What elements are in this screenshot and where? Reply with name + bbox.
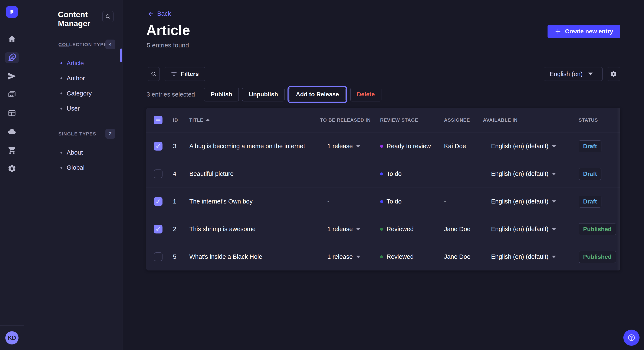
delete-button[interactable]: Delete	[350, 88, 382, 101]
locale-dropdown[interactable]: English (en) (default)	[491, 143, 571, 150]
sidebar-item[interactable]: Global	[24, 160, 122, 175]
media-library-icon	[8, 90, 16, 99]
send-icon	[8, 72, 16, 81]
help-button[interactable]	[623, 330, 640, 346]
table-row[interactable]: ✓ 5 What's inside a Black Hole 1 release…	[146, 243, 620, 270]
strapi-logo[interactable]	[6, 6, 18, 18]
sidebar-item[interactable]: Category	[24, 86, 122, 101]
stage-label: To do	[386, 198, 402, 205]
filter-icon	[170, 71, 178, 77]
row-id: 1	[166, 198, 184, 205]
chevron-down-icon	[588, 72, 593, 75]
row-checkbox[interactable]: ✓	[154, 170, 162, 178]
nav-deploy[interactable]	[0, 122, 24, 141]
publish-button[interactable]: Publish	[204, 88, 239, 101]
unpublish-button[interactable]: Unpublish	[242, 88, 284, 101]
row-id: 2	[166, 226, 184, 233]
sidebar-item-label: Global	[67, 164, 84, 171]
rail-bottom-divider	[0, 325, 24, 326]
column-header-release: TO BE RELEASED IN	[313, 117, 375, 123]
row-checkbox[interactable]: ✓	[154, 142, 162, 151]
select-all-checkbox[interactable]: ✓	[154, 116, 162, 124]
nav-content-type-builder[interactable]	[0, 104, 24, 122]
row-title: What's inside a Black Hole	[184, 253, 313, 260]
sidebar-item[interactable]: Article	[24, 56, 122, 71]
release-dropdown[interactable]: 1 release	[327, 226, 375, 233]
row-checkbox[interactable]: ✓	[154, 197, 162, 206]
sidebar-list: About Global	[24, 145, 122, 175]
locale-dropdown[interactable]: English (en) (default)	[491, 198, 571, 205]
nav-media-library[interactable]	[0, 85, 24, 104]
row-checkbox[interactable]: ✓	[154, 225, 162, 233]
nav-home[interactable]	[0, 30, 24, 48]
release-dropdown[interactable]: 1 release	[327, 253, 375, 260]
table-search-button[interactable]	[148, 67, 160, 81]
row-title: The internet's Own boy	[184, 198, 313, 205]
sort-asc-icon	[206, 119, 210, 121]
stage-label: Reviewed	[386, 253, 414, 260]
stage-label: To do	[386, 170, 402, 177]
back-label: Back	[157, 10, 171, 17]
sidebar-search-button[interactable]	[102, 11, 114, 22]
locale-value: English (en)	[550, 71, 583, 78]
row-title: This shrimp is awesome	[184, 226, 313, 233]
sidebar-item-label: Article	[67, 60, 84, 67]
nav-content-manager[interactable]	[0, 48, 24, 67]
sidebar-section: COLLECTION TYPES 4 Article Author Catego…	[24, 39, 122, 116]
locale-dropdown[interactable]: English (en) (default)	[491, 226, 571, 233]
stage-label: Ready to review	[386, 143, 431, 150]
sidebar-item[interactable]: About	[24, 145, 122, 160]
release-chevron-icon	[356, 145, 360, 148]
bullet-icon	[60, 77, 62, 79]
sidebar-item[interactable]: User	[24, 101, 122, 116]
locale-select[interactable]: English (en)	[544, 67, 603, 81]
question-icon	[627, 334, 636, 342]
table-row[interactable]: ✓ 3 A bug is becoming a meme on the inte…	[146, 132, 620, 160]
locale-dropdown[interactable]: English (en) (default)	[491, 170, 571, 177]
column-header-id[interactable]: ID	[166, 117, 184, 123]
bullet-icon	[60, 93, 62, 94]
nav-settings[interactable]	[0, 159, 24, 178]
release-dropdown[interactable]: -	[327, 170, 375, 177]
row-checkbox[interactable]: ✓	[154, 252, 162, 261]
table-row[interactable]: ✓ 1 The internet's Own boy - To do - Eng…	[146, 187, 620, 215]
bullet-icon	[60, 167, 62, 169]
table-row[interactable]: ✓ 4 Beautiful picture - To do - English …	[146, 160, 620, 187]
sidebar-section: SINGLE TYPES 2 About Global	[24, 129, 122, 175]
user-avatar[interactable]: KD	[5, 331, 18, 345]
selection-actions: 3 entries selected Publish Unpublish Add…	[146, 87, 382, 101]
column-header-title[interactable]: TITLE	[184, 117, 313, 123]
section-count-badge: 4	[106, 39, 115, 49]
bullet-icon	[60, 152, 62, 154]
cart-icon	[8, 146, 16, 155]
back-link[interactable]: Back	[148, 10, 171, 17]
view-settings-button[interactable]	[607, 67, 620, 81]
locale-chevron-icon	[552, 173, 556, 175]
release-dropdown[interactable]: 1 release	[327, 143, 375, 150]
row-assignee: Kai Doe	[438, 143, 477, 150]
table-row[interactable]: ✓ 2 This shrimp is awesome 1 release Rev…	[146, 215, 620, 243]
review-stage: Reviewed	[380, 226, 438, 233]
row-id: 5	[166, 253, 184, 260]
nav-rail: KD	[0, 0, 24, 350]
add-to-release-button[interactable]: Add to Release	[289, 88, 346, 101]
locale-dropdown[interactable]: English (en) (default)	[491, 253, 571, 260]
release-dropdown[interactable]: -	[327, 198, 375, 205]
sidebar-item[interactable]: Author	[24, 71, 122, 86]
locale-chevron-icon	[552, 256, 556, 258]
create-new-entry-button[interactable]: Create new entry	[548, 25, 620, 38]
column-header-assignee: ASSIGNEE	[438, 117, 477, 123]
selection-count: 3 entries selected	[146, 91, 195, 98]
nav-releases[interactable]	[0, 67, 24, 85]
filters-button[interactable]: Filters	[164, 67, 205, 81]
nav-marketplace[interactable]	[0, 141, 24, 159]
section-count-badge: 2	[106, 129, 115, 139]
release-value: -	[327, 170, 330, 177]
review-stage: Ready to review	[380, 143, 438, 150]
locale-label: English (en) (default)	[491, 226, 548, 233]
sidebar-item-label: About	[67, 149, 83, 156]
search-icon	[150, 71, 157, 77]
entries-table: ✓ ID TITLE TO BE RELEASED IN REVIEW STAG…	[146, 108, 620, 270]
sidebar-scrollbar-thumb[interactable]	[120, 48, 122, 62]
app-root: KD Content Manager COLLECTION TYPES 4 Ar…	[0, 0, 644, 350]
